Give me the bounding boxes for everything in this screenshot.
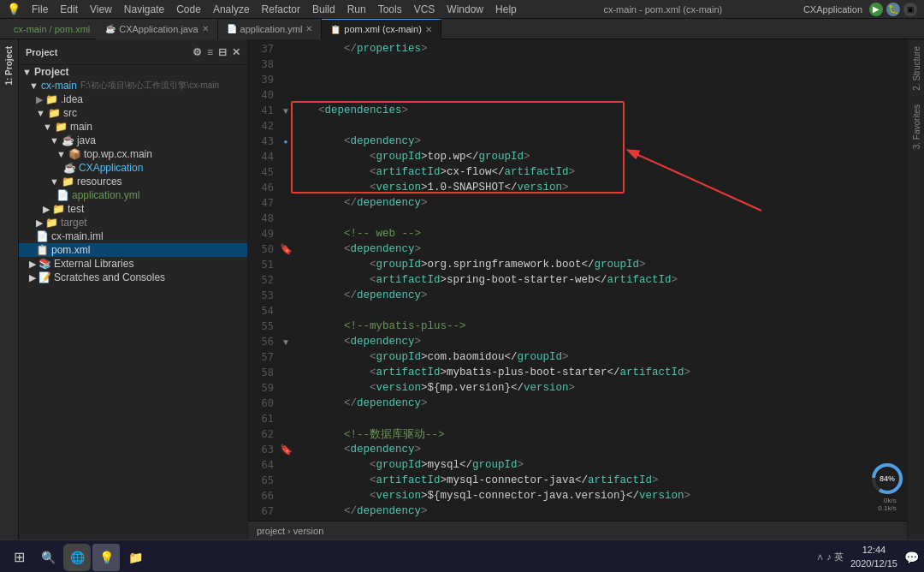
menu-analyze[interactable]: Analyze bbox=[207, 2, 256, 17]
code-line-row: 58 <artifactId>mybatis-plus-boot-starter… bbox=[248, 365, 907, 380]
sidebar-item-extlibs[interactable]: ▶ 📚 External Libraries bbox=[19, 257, 247, 271]
menu-help[interactable]: Help bbox=[489, 2, 523, 17]
code-text: <dependency> bbox=[293, 336, 421, 348]
code-text: </dependency> bbox=[293, 289, 428, 301]
menu-navigate[interactable]: Navigate bbox=[118, 2, 170, 17]
tab-applicationyml[interactable]: 📄 application.yml ✕ bbox=[218, 19, 323, 39]
sidebar-item-src[interactable]: ▼ 📁 src bbox=[19, 106, 247, 120]
coverage-button[interactable]: ▣ bbox=[903, 3, 917, 16]
menu-code[interactable]: Code bbox=[170, 2, 207, 17]
gutter-marker: 🔖 bbox=[279, 444, 293, 456]
code-line-row: 54 bbox=[248, 303, 907, 319]
line-number: 49 bbox=[248, 228, 279, 240]
code-line-row: 39 bbox=[248, 72, 907, 87]
code-text: <groupId>top.wp</groupId> bbox=[293, 151, 530, 163]
sidebar-item-resources[interactable]: ▼ 📁 resources bbox=[19, 175, 247, 188]
debug-button[interactable]: 🐛 bbox=[886, 3, 900, 16]
code-text: <artifactId>cx-flow</artifactId> bbox=[293, 166, 575, 178]
window-title: cx-main - pom.xml (cx-main) bbox=[603, 4, 722, 15]
menu-run[interactable]: Run bbox=[341, 2, 372, 17]
tab-cxapplication[interactable]: ☕ CXApplication.java ✕ bbox=[97, 19, 217, 39]
code-line-row: 53 </dependency> bbox=[248, 288, 907, 303]
taskbar-intellij[interactable]: 💡 bbox=[92, 544, 120, 571]
taskbar-search[interactable]: 🔍 bbox=[34, 544, 62, 571]
code-line-row: 63🔖 <dependency> bbox=[248, 442, 907, 457]
sidebar-item-target[interactable]: ▶ 📁 target bbox=[19, 216, 247, 229]
sidebar-item-appyml[interactable]: 📄 application.yml bbox=[19, 188, 247, 202]
menu-vcs[interactable]: VCS bbox=[408, 2, 441, 17]
menu-build[interactable]: Build bbox=[306, 2, 341, 17]
sidebar-header: Project ⚙ ≡ ⊟ ✕ bbox=[19, 39, 247, 65]
code-editor[interactable]: 37 </properties>38394041▼ <dependencies>… bbox=[248, 39, 907, 539]
right-tab-favorites[interactable]: 3. Favorites bbox=[908, 98, 924, 156]
sidebar-item-java[interactable]: ▼ ☕ java bbox=[19, 134, 247, 147]
menu-window[interactable]: Window bbox=[441, 2, 489, 17]
sidebar-item-idea[interactable]: ▶ 📁 .idea bbox=[19, 92, 247, 106]
tab-pomxml[interactable]: 📋 pom.xml (cx-main) ✕ bbox=[322, 19, 441, 39]
sidebar-item-main[interactable]: ▼ 📁 main bbox=[19, 120, 247, 134]
code-line-row: 47 </dependency> bbox=[248, 195, 907, 211]
settings-icon[interactable]: ⚙ bbox=[192, 46, 202, 58]
taskbar-chrome[interactable]: 🌐 bbox=[63, 544, 91, 571]
code-line-row: 66 <version>${mysql-connector-java.versi… bbox=[248, 488, 907, 503]
menu-tools[interactable]: Tools bbox=[372, 2, 408, 17]
run-config-label: CXApplication bbox=[803, 4, 862, 15]
expand-icon[interactable]: ≡ bbox=[207, 46, 213, 58]
code-text: </dependency> bbox=[293, 505, 428, 517]
taskbar-notification[interactable]: 💬 bbox=[904, 551, 919, 564]
code-line-row: 49 <!-- web --> bbox=[248, 226, 907, 241]
line-number: 52 bbox=[248, 274, 279, 286]
breadcrumb-top: cx-main / pom.xml bbox=[7, 24, 97, 34]
code-text: </properties> bbox=[293, 43, 428, 55]
sidebar-item-pomxml[interactable]: 📋 pom.xml bbox=[19, 243, 247, 257]
line-number: 44 bbox=[248, 151, 279, 163]
code-line-row: 65 <artifactId>mysql-connector-java</art… bbox=[248, 473, 907, 488]
menu-view[interactable]: View bbox=[84, 2, 118, 17]
memory-indicator[interactable]: 84% 0k/s0.1k/s bbox=[871, 462, 903, 512]
taskbar-explorer[interactable]: 📁 bbox=[121, 544, 149, 571]
project-icon[interactable]: 1: Project bbox=[3, 43, 15, 89]
code-line-row: 46 <version>1.0-SNAPSHOT</version> bbox=[248, 180, 907, 195]
gutter-marker: 🔖 bbox=[279, 243, 293, 255]
code-text: <version>${mp.version}</version> bbox=[293, 382, 575, 394]
right-tab-structure[interactable]: 2. Structure bbox=[908, 39, 924, 98]
path-label: project › version bbox=[257, 526, 323, 536]
code-line-row: 55 <!--mybatis-plus--> bbox=[248, 319, 907, 334]
menu-edit[interactable]: Edit bbox=[54, 2, 84, 17]
path-bar: project › version bbox=[248, 521, 907, 539]
code-text: <artifactId>spring-boot-starter-web</art… bbox=[293, 274, 678, 286]
taskbar-start[interactable]: ⊞ bbox=[5, 544, 33, 571]
code-line-row: 45 <artifactId>cx-flow</artifactId> bbox=[248, 164, 907, 180]
collapse-icon[interactable]: ⊟ bbox=[218, 46, 227, 58]
sidebar-item-project[interactable]: ▼ Project bbox=[19, 65, 247, 79]
code-line-row: 38 bbox=[248, 57, 907, 72]
line-number: 48 bbox=[248, 212, 279, 224]
sidebar-item-iml[interactable]: 📄 cx-main.iml bbox=[19, 229, 247, 243]
code-line-row: 48 bbox=[248, 211, 907, 226]
code-line-row: 51 <groupId>org.springframework.boot</gr… bbox=[248, 257, 907, 272]
sidebar-item-cxmain[interactable]: ▼ cx-main F:\初心项目\初心工作流引擎\cx-main bbox=[19, 79, 247, 92]
close-sidebar-icon[interactable]: ✕ bbox=[232, 46, 240, 58]
line-number: 60 bbox=[248, 397, 279, 409]
line-number: 45 bbox=[248, 166, 279, 178]
code-lines: 37 </properties>38394041▼ <dependencies>… bbox=[248, 39, 907, 521]
sidebar-item-test[interactable]: ▶ 📁 test bbox=[19, 202, 247, 216]
line-number: 67 bbox=[248, 505, 279, 517]
sidebar-item-cxapp[interactable]: ☕ CXApplication bbox=[19, 161, 247, 175]
line-number: 56 bbox=[248, 336, 279, 348]
code-line-row: 64 <groupId>mysql</groupId> bbox=[248, 457, 907, 473]
line-number: 51 bbox=[248, 259, 279, 271]
menu-file[interactable]: File bbox=[26, 2, 54, 17]
code-text: <groupId>mysql</groupId> bbox=[293, 459, 524, 471]
sidebar: Project ⚙ ≡ ⊟ ✕ ▼ Project ▼ cx-main F:\初… bbox=[19, 39, 248, 539]
code-text: <version>${mysql-connector-java.version}… bbox=[293, 490, 690, 502]
sidebar-item-package[interactable]: ▼ 📦 top.wp.cx.main bbox=[19, 147, 247, 161]
menu-refactor[interactable]: Refactor bbox=[256, 2, 306, 17]
run-button[interactable]: ▶ bbox=[869, 3, 883, 16]
line-number: 57 bbox=[248, 351, 279, 363]
code-text: <artifactId>mysql-connector-java</artifa… bbox=[293, 474, 659, 486]
sidebar-item-scratches[interactable]: ▶ 📝 Scratches and Consoles bbox=[19, 271, 247, 284]
code-text: <dependency> bbox=[293, 444, 421, 456]
code-text: <artifactId>mybatis-plus-boot-starter</a… bbox=[293, 366, 690, 378]
tab-bar: cx-main / pom.xml ☕ CXApplication.java ✕… bbox=[0, 19, 924, 39]
